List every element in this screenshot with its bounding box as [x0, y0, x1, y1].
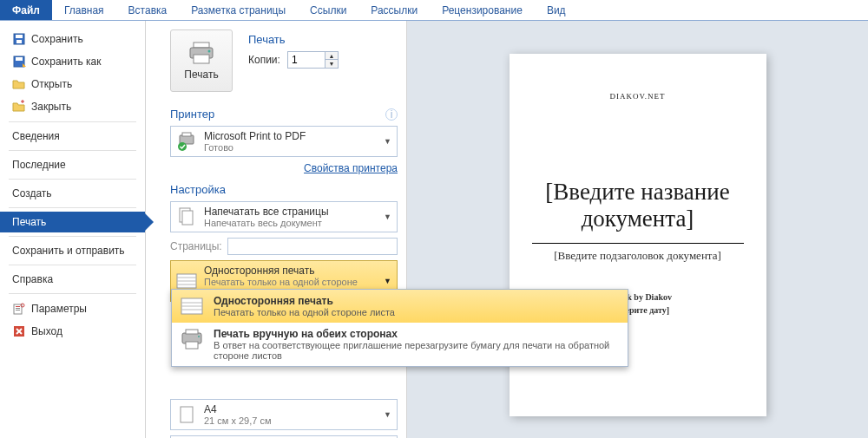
sidebar-item-help[interactable]: Справка — [0, 269, 145, 290]
svg-rect-16 — [182, 133, 191, 136]
sidebar-item-open[interactable]: Открыть — [0, 73, 145, 95]
print-preview: DIAKOV.NET [Введите название документа] … — [406, 21, 868, 438]
duplex-option-one-sided[interactable]: Односторонняя печать Печатать только на … — [172, 290, 628, 323]
printer-dropdown[interactable]: Microsoft Print to PDF Готово ▼ — [170, 126, 398, 157]
printer-status: Готово — [204, 142, 377, 153]
svg-rect-32 — [186, 330, 198, 334]
sidebar-item-print[interactable]: Печать — [0, 212, 145, 232]
svg-rect-11 — [194, 42, 209, 48]
sidebar-item-new[interactable]: Создать — [0, 183, 145, 204]
pages-icon — [176, 206, 197, 227]
copies-spinner[interactable]: ▲▼ — [287, 51, 339, 69]
sidebar-item-label: Закрыть — [31, 101, 71, 113]
copies-label: Копии: — [248, 54, 280, 66]
ribbon-tab-view[interactable]: Вид — [535, 0, 578, 20]
pages-input[interactable] — [227, 238, 398, 255]
ribbon-tabs: Файл Главная Вставка Разметка страницы С… — [0, 0, 868, 21]
print-button[interactable]: Печать — [170, 29, 233, 92]
svg-rect-6 — [16, 306, 20, 307]
svg-point-14 — [208, 50, 211, 53]
svg-rect-4 — [16, 57, 23, 61]
ribbon-tab-home[interactable]: Главная — [52, 0, 116, 20]
printer-properties-link[interactable]: Свойства принтера — [304, 162, 398, 174]
sidebar-item-recent[interactable]: Последние — [0, 154, 145, 175]
info-icon[interactable]: i — [385, 108, 398, 121]
preview-watermark: DIAKOV.NET — [532, 92, 744, 101]
sidebar-item-save[interactable]: Сохранить — [0, 28, 145, 50]
sidebar-item-label: Последние — [12, 159, 66, 171]
close-icon — [12, 100, 26, 114]
copies-input[interactable] — [287, 51, 326, 69]
preview-doc-subtitle: [Введите подзаголовок документа] — [532, 249, 744, 263]
ribbon-tab-review[interactable]: Рецензирование — [430, 0, 535, 20]
sidebar-item-label: Сохранить как — [31, 56, 101, 68]
sidebar-item-label: Открыть — [31, 78, 72, 90]
backstage-sidebar: Сохранить Сохранить как Открыть Закрыть … — [0, 21, 146, 438]
sidebar-item-label: Создать — [12, 187, 52, 199]
printer-status-icon — [176, 131, 197, 152]
svg-rect-24 — [181, 407, 193, 422]
sidebar-item-info[interactable]: Сведения — [0, 126, 145, 147]
paper-size-dropdown[interactable]: A4 21 см x 29,7 см ▼ — [170, 399, 398, 430]
sidebar-item-label: Справка — [12, 273, 53, 285]
sidebar-item-label: Сохранить и отправить — [12, 245, 125, 257]
option-sub: Печатать только на одной стороне листа — [214, 307, 395, 317]
ribbon-tab-references[interactable]: Ссылки — [298, 0, 358, 20]
paper-sub: 21 см x 29,7 см — [204, 415, 377, 426]
ribbon-tab-layout[interactable]: Разметка страницы — [179, 0, 298, 20]
save-as-icon — [12, 55, 26, 69]
option-title: Односторонняя печать — [214, 295, 395, 307]
exit-icon — [12, 324, 26, 338]
svg-rect-7 — [16, 308, 20, 309]
sidebar-item-options[interactable]: Параметры — [0, 297, 145, 320]
sidebar-item-label: Сохранить — [31, 33, 83, 45]
sidebar-item-label: Сведения — [12, 130, 60, 142]
print-panel: Печать Печать Копии: ▲▼ Принтер i — [146, 21, 406, 438]
open-icon — [12, 77, 26, 91]
options-icon — [12, 302, 26, 316]
duplex-dropdown-popup: Односторонняя печать Печатать только на … — [171, 289, 628, 367]
sidebar-item-exit[interactable]: Выход — [0, 320, 145, 343]
sidebar-item-close[interactable]: Закрыть — [0, 95, 145, 118]
svg-point-17 — [178, 142, 187, 151]
save-icon — [12, 32, 26, 46]
printer-icon — [187, 41, 216, 65]
sidebar-item-label: Выход — [31, 325, 62, 337]
section-title-printer: Принтер i — [170, 108, 398, 121]
option-sub: В ответ на соответствующее приглашение п… — [214, 340, 621, 361]
spinner-arrows[interactable]: ▲▼ — [326, 51, 339, 69]
printer-name: Microsoft Print to PDF — [204, 130, 377, 142]
ribbon-tab-mailings[interactable]: Рассылки — [358, 0, 430, 20]
svg-rect-33 — [186, 342, 198, 349]
section-title-settings: Настройка — [170, 183, 398, 196]
pages-range-title: Напечатать все страницы — [204, 206, 377, 218]
chevron-down-icon: ▼ — [384, 137, 391, 146]
svg-rect-13 — [194, 55, 209, 63]
manual-duplex-icon — [179, 328, 205, 350]
duplex-option-manual-both[interactable]: Печать вручную на обеих сторонах В ответ… — [172, 323, 628, 366]
duplex-title: Односторонняя печать — [204, 265, 377, 277]
chevron-down-icon: ▼ — [384, 277, 391, 285]
pages-range-dropdown[interactable]: Напечатать все страницы Напечатать весь … — [170, 201, 398, 232]
svg-rect-2 — [16, 40, 22, 43]
sidebar-item-label: Параметры — [31, 303, 87, 315]
chevron-down-icon: ▼ — [384, 212, 391, 221]
svg-point-34 — [198, 336, 200, 337]
pages-range-sub: Напечатать весь документ — [204, 218, 377, 228]
sidebar-item-save-send[interactable]: Сохранить и отправить — [0, 240, 145, 261]
one-sided-icon — [179, 295, 205, 317]
preview-doc-title: [Введите название документа] — [532, 179, 744, 232]
pages-label: Страницы: — [170, 240, 222, 252]
svg-rect-19 — [182, 211, 193, 225]
ribbon-tab-insert[interactable]: Вставка — [116, 0, 180, 20]
svg-rect-8 — [16, 310, 20, 311]
svg-rect-1 — [16, 35, 23, 38]
sidebar-item-save-as[interactable]: Сохранить как — [0, 50, 145, 73]
print-button-label: Печать — [184, 69, 218, 81]
option-title: Печать вручную на обеих сторонах — [214, 328, 621, 340]
sidebar-item-label: Печать — [12, 216, 46, 228]
ribbon-tab-file[interactable]: Файл — [0, 0, 52, 20]
section-title-print: Печать — [248, 33, 339, 46]
chevron-down-icon: ▼ — [384, 410, 391, 419]
paper-title: A4 — [204, 403, 377, 415]
